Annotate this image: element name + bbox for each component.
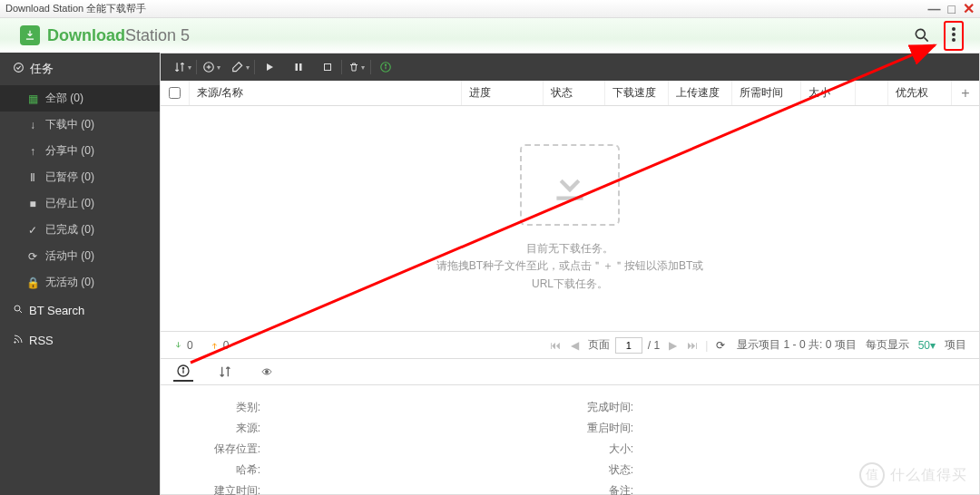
detail-label: 备注: bbox=[570, 483, 633, 495]
detail-tab-transfer[interactable] bbox=[215, 362, 235, 382]
svg-point-2 bbox=[952, 27, 956, 31]
status-rates: 0 0 bbox=[173, 339, 229, 352]
col-download[interactable]: 下载速度 bbox=[605, 81, 669, 105]
watermark: 值 什么值得买 bbox=[859, 462, 967, 488]
page-input[interactable] bbox=[615, 337, 642, 354]
pager: ⏮ ◀ 页面 / 1 ▶ ⏭ | ⟳ bbox=[548, 337, 728, 354]
items-summary: 显示项目 1 - 0 共: 0 项目 bbox=[737, 337, 856, 353]
sidebar-item-paused[interactable]: Ⅱ已暂停 (0) bbox=[0, 164, 160, 190]
check-circle-icon bbox=[13, 62, 24, 76]
svg-point-3 bbox=[952, 33, 956, 36]
stop-icon: ■ bbox=[27, 198, 38, 210]
select-all-checkbox[interactable] bbox=[161, 81, 190, 105]
drop-target-icon bbox=[520, 144, 620, 226]
sort-button[interactable]: ▾ bbox=[170, 56, 195, 78]
sidebar-rss[interactable]: RSS bbox=[0, 325, 160, 355]
info-button[interactable] bbox=[373, 56, 398, 78]
empty-dropzone[interactable]: 目前无下载任务。 请拖拽BT种子文件至此，或点击＂＋＂按钮以添加BT或 URL下… bbox=[161, 106, 979, 331]
svg-rect-13 bbox=[299, 63, 302, 71]
sidebar-btsearch[interactable]: BT Search bbox=[0, 296, 160, 325]
detail-label: 保存位置: bbox=[197, 442, 260, 457]
app-title: DownloadStation 5 bbox=[47, 26, 190, 45]
col-priority[interactable]: 优先权 bbox=[888, 81, 952, 105]
page-prev-icon[interactable]: ◀ bbox=[568, 338, 583, 353]
detail-label: 重启时间: bbox=[570, 421, 633, 436]
window-controls: — □ ✕ bbox=[928, 0, 975, 17]
download-logo-icon bbox=[20, 25, 40, 45]
svg-line-7 bbox=[20, 311, 23, 314]
page-last-icon[interactable]: ⏭ bbox=[685, 338, 700, 353]
svg-point-4 bbox=[952, 38, 956, 42]
grid-icon: ▦ bbox=[27, 92, 38, 105]
check-icon: ✓ bbox=[27, 224, 38, 237]
col-progress[interactable]: 进度 bbox=[462, 81, 544, 105]
toolbar: ▾ ▾ ▾ ▾ bbox=[161, 53, 979, 81]
detail-label: 哈希: bbox=[197, 462, 260, 478]
page-first-icon[interactable]: ⏮ bbox=[548, 338, 563, 353]
page-next-icon[interactable]: ▶ bbox=[665, 338, 680, 353]
stop-button[interactable] bbox=[315, 56, 340, 78]
detail-label: 状态: bbox=[570, 462, 633, 478]
col-add[interactable]: + bbox=[952, 81, 979, 105]
add-button[interactable]: ▾ bbox=[199, 56, 224, 78]
rss-icon bbox=[13, 334, 24, 347]
close-icon[interactable]: ✕ bbox=[963, 0, 975, 17]
detail-panel: 类别: 来源: 保存位置: 哈希: 建立时间: 完成时间: 重启时间: 大小: … bbox=[161, 385, 979, 494]
col-gap bbox=[856, 81, 888, 105]
window-title: Download Station 全能下载帮手 bbox=[5, 2, 146, 15]
sidebar-item-active[interactable]: ⟳活动中 (0) bbox=[0, 243, 160, 269]
col-size[interactable]: 大小 bbox=[801, 81, 856, 105]
lock-icon: 🔒 bbox=[27, 277, 38, 289]
col-upload[interactable]: 上传速度 bbox=[669, 81, 732, 105]
svg-line-1 bbox=[925, 38, 928, 42]
svg-point-0 bbox=[916, 29, 925, 38]
sidebar-tasks-label: 任务 bbox=[30, 61, 54, 77]
delete-button[interactable]: ▾ bbox=[344, 56, 369, 78]
page-label: 页面 bbox=[588, 337, 610, 353]
detail-tab-peers[interactable] bbox=[257, 362, 277, 382]
search-small-icon bbox=[13, 304, 24, 317]
page-total: / 1 bbox=[648, 339, 660, 352]
watermark-icon: 值 bbox=[859, 462, 885, 488]
upload-icon: ↑ bbox=[27, 145, 38, 158]
col-time[interactable]: 所需时间 bbox=[732, 81, 801, 105]
items-label: 项目 bbox=[945, 337, 966, 353]
sidebar-item-finished[interactable]: ✓已完成 (0) bbox=[0, 217, 160, 243]
settings-button[interactable]: ▾ bbox=[228, 56, 253, 78]
per-page-select[interactable]: 50▾ bbox=[918, 339, 936, 352]
table-header: 来源/名称 进度 状态 下载速度 上传速度 所需时间 大小 优先权 + bbox=[161, 81, 979, 106]
maximize-icon[interactable]: □ bbox=[948, 2, 956, 16]
col-source[interactable]: 来源/名称 bbox=[190, 81, 462, 105]
per-page-label: 每页显示 bbox=[866, 337, 909, 353]
svg-point-5 bbox=[15, 63, 24, 73]
more-menu-icon[interactable] bbox=[944, 21, 964, 51]
sidebar-tasks-header[interactable]: 任务 bbox=[0, 53, 160, 85]
start-button[interactable] bbox=[257, 56, 282, 78]
refresh-icon[interactable]: ⟳ bbox=[713, 338, 728, 353]
download-rate: 0 bbox=[173, 339, 193, 352]
svg-point-20 bbox=[182, 368, 183, 369]
activity-icon: ⟳ bbox=[27, 250, 38, 263]
search-icon[interactable] bbox=[913, 26, 931, 44]
content-panel: ▾ ▾ ▾ ▾ 来源/名称 进度 状态 下载速度 上传速度 所需时间 大小 优先… bbox=[160, 53, 980, 495]
pause-icon: Ⅱ bbox=[27, 171, 38, 184]
detail-label: 完成时间: bbox=[570, 400, 633, 415]
upload-rate: 0 bbox=[210, 339, 230, 352]
svg-point-21 bbox=[265, 370, 269, 374]
detail-tab-info[interactable] bbox=[173, 362, 193, 382]
sidebar-item-all[interactable]: ▦全部 (0) bbox=[0, 85, 160, 112]
detail-label: 大小: bbox=[570, 442, 633, 457]
pause-button[interactable] bbox=[286, 56, 311, 78]
detail-tabs bbox=[161, 358, 979, 385]
status-pager: ⏮ ◀ 页面 / 1 ▶ ⏭ | ⟳ 显示项目 1 - 0 共: 0 项目 每页… bbox=[548, 337, 966, 354]
detail-label: 来源: bbox=[197, 421, 260, 436]
window-title-bar: Download Station 全能下载帮手 — □ ✕ bbox=[0, 0, 980, 18]
sidebar-item-inactive[interactable]: 🔒无活动 (0) bbox=[0, 269, 160, 296]
app-logo: DownloadStation 5 bbox=[20, 25, 190, 45]
sidebar-item-downloading[interactable]: ↓下载中 (0) bbox=[0, 112, 160, 138]
detail-label: 类别: bbox=[197, 400, 260, 415]
sidebar-item-stopped[interactable]: ■已停止 (0) bbox=[0, 190, 160, 217]
minimize-icon[interactable]: — bbox=[928, 2, 941, 16]
col-status[interactable]: 状态 bbox=[544, 81, 605, 105]
sidebar-item-sharing[interactable]: ↑分享中 (0) bbox=[0, 138, 160, 164]
